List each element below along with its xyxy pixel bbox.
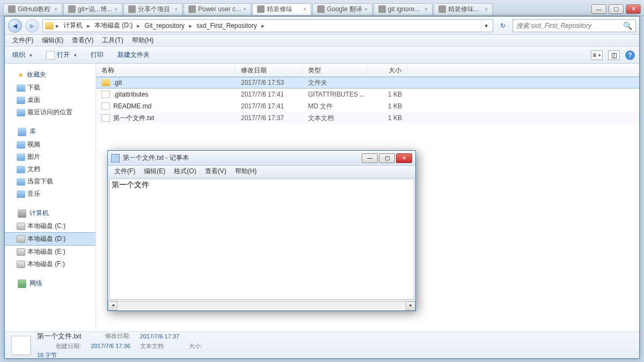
browser-tab[interactable]: Google 翻译× [312,3,372,15]
scroll-right-button[interactable]: ▸ [406,301,415,311]
breadcrumb[interactable]: ▸ 计算机 ▸ 本地磁盘 (D:) ▸ Git_repository ▸ sxd… [42,19,493,32]
minimize-button[interactable]: — [591,4,606,14]
file-row[interactable]: 第一个文件.txt 2017/7/6 17:37 文本文档 1 KB [96,112,639,124]
menu-view[interactable]: 查看(V) [68,35,98,46]
column-header-date[interactable]: 修改日期 [236,64,303,76]
notepad-titlebar[interactable]: 第一个文件.txt - 记事本 — ▢ ✕ [108,151,415,166]
column-headers: 名称 修改日期 类型 大小 [96,64,639,77]
file-row[interactable]: .git 2017/7/6 17:53 文件夹 [96,77,639,88]
column-header-type[interactable]: 类型 [303,64,367,76]
back-button[interactable]: ◄ [8,19,22,33]
close-icon[interactable]: × [425,6,428,12]
new-folder-button[interactable]: 新建文件夹 [114,48,153,62]
breadcrumb-item[interactable]: 本地磁盘 (D:) [92,20,135,31]
close-icon[interactable]: × [303,6,306,12]
window-controls: — ▢ ✕ [591,4,641,14]
browser-tab[interactable]: GitHub教程× [3,3,62,15]
open-button[interactable]: 打开 [43,48,80,62]
organize-button[interactable]: 组织 [9,48,35,62]
menu-file[interactable]: 文件(F) [8,35,38,46]
sidebar-item-music[interactable]: 音乐 [5,188,96,200]
column-header-size[interactable]: 大小 [367,64,407,76]
search-icon[interactable]: 🔍 [623,21,632,30]
search-input[interactable] [516,22,623,29]
minimize-button[interactable]: — [362,153,378,163]
details-label: 创建日期: [37,342,81,350]
file-row[interactable]: .gitattributes 2017/7/6 17:41 GITATTRIBU… [96,88,639,100]
forward-button[interactable]: ► [25,19,39,33]
sidebar-item-thunder[interactable]: 迅雷下载 [5,175,96,188]
menu-help[interactable]: 帮助(H) [128,35,158,46]
details-label: 大小: [189,342,202,350]
notepad-textarea[interactable]: 第一个文件 [109,179,414,300]
window-title: 第一个文件.txt - 记事本 [123,153,358,162]
search-box[interactable]: 🔍 [513,19,636,32]
sidebar-item-documents[interactable]: 文档 [5,163,96,175]
close-button[interactable]: ✕ [626,4,641,14]
menu-format[interactable]: 格式(O) [170,166,200,177]
browser-tab-strip: GitHub教程× git+说...博...× 分享个项目× Power use… [0,0,644,16]
browser-tab[interactable]: git ignore...× [374,3,433,15]
chevron-right-icon[interactable]: ▸ [86,22,91,29]
close-icon[interactable]: × [54,6,57,12]
close-icon[interactable]: × [114,6,118,12]
details-value: 18 字节 [37,351,81,359]
menu-edit[interactable]: 编辑(E) [38,35,68,46]
maximize-button[interactable]: ▢ [609,4,624,14]
sidebar-item-pictures[interactable]: 图片 [5,151,96,163]
browser-tab[interactable]: 精装修味× [252,3,311,15]
close-icon[interactable]: × [243,6,246,12]
print-button[interactable]: 打印 [87,48,107,62]
breadcrumb-item[interactable]: sxd_First_Repository [194,21,259,31]
preview-pane-button[interactable]: ◫ [608,50,620,60]
chevron-right-icon[interactable]: ▸ [55,22,60,29]
video-icon [17,141,25,149]
maximize-button[interactable]: ▢ [379,153,395,163]
sidebar-libraries[interactable]: 库 [5,125,96,138]
scroll-left-button[interactable]: ◂ [108,301,118,311]
sidebar-item-recent[interactable]: 最近访问的位置 [5,106,96,119]
browser-tab[interactable]: 分享个项目× [123,3,182,15]
recent-icon [17,109,25,116]
chevron-right-icon[interactable]: ▸ [260,22,266,29]
details-pane: 第一个文件.txt 修改日期: 2017/7/6 17:37 创建日期: 201… [5,331,639,358]
file-icon [101,102,110,110]
menu-help[interactable]: 帮助(H) [231,166,261,177]
close-button[interactable]: ✕ [396,153,412,163]
horizontal-scrollbar[interactable]: ◂ ▸ [108,301,415,311]
breadcrumb-item[interactable]: 计算机 [61,20,85,31]
breadcrumb-item[interactable]: Git_repository [142,21,187,31]
menu-view[interactable]: 查看(V) [201,166,231,177]
chevron-down-icon[interactable]: ▾ [481,20,491,32]
sidebar-network[interactable]: 网络 [5,277,96,290]
sidebar-computer[interactable]: 计算机 [5,206,96,220]
sidebar-item-disk-e[interactable]: 本地磁盘 (E:) [5,246,96,258]
close-icon[interactable]: × [174,6,178,12]
close-icon[interactable]: × [485,6,488,12]
refresh-button[interactable]: ↻ [496,19,509,32]
disk-icon [17,223,25,230]
menu-file[interactable]: 文件(F) [110,166,140,177]
browser-tab[interactable]: 精装修味...× [434,3,493,15]
sidebar-favorites[interactable]: ★收藏夹 [5,68,96,82]
chevron-right-icon[interactable]: ▸ [188,22,193,29]
close-icon[interactable]: × [364,6,368,12]
browser-tab[interactable]: git+说...博...× [63,3,122,15]
menu-tools[interactable]: 工具(T) [98,35,127,46]
sidebar-item-downloads[interactable]: 下载 [5,82,96,94]
sidebar-item-disk-d[interactable]: 本地磁盘 (D:) [5,232,96,246]
file-row[interactable]: README.md 2017/7/6 17:41 MD 文件 1 KB [96,100,639,112]
sidebar-item-desktop[interactable]: 桌面 [5,94,96,106]
column-header-name[interactable]: 名称 [96,64,236,76]
chevron-right-icon[interactable]: ▸ [136,22,141,29]
sidebar-item-disk-f[interactable]: 本地磁盘 (F:) [5,258,96,270]
sidebar-item-disk-c[interactable]: 本地磁盘 (C:) [5,220,96,232]
browser-tab[interactable]: Power user c...× [184,3,251,15]
help-icon[interactable]: ? [625,50,635,60]
view-options-button[interactable]: ≡ [591,50,603,60]
download-icon [17,178,25,186]
sidebar-item-videos[interactable]: 视频 [5,138,96,151]
navigation-pane: ★收藏夹 下载 桌面 最近访问的位置 库 视频 图片 文档 迅雷下载 音乐 计算… [5,64,96,331]
menu-edit[interactable]: 编辑(E) [140,166,170,177]
notepad-window: 第一个文件.txt - 记事本 — ▢ ✕ 文件(F) 编辑(E) 格式(O) … [107,150,416,311]
